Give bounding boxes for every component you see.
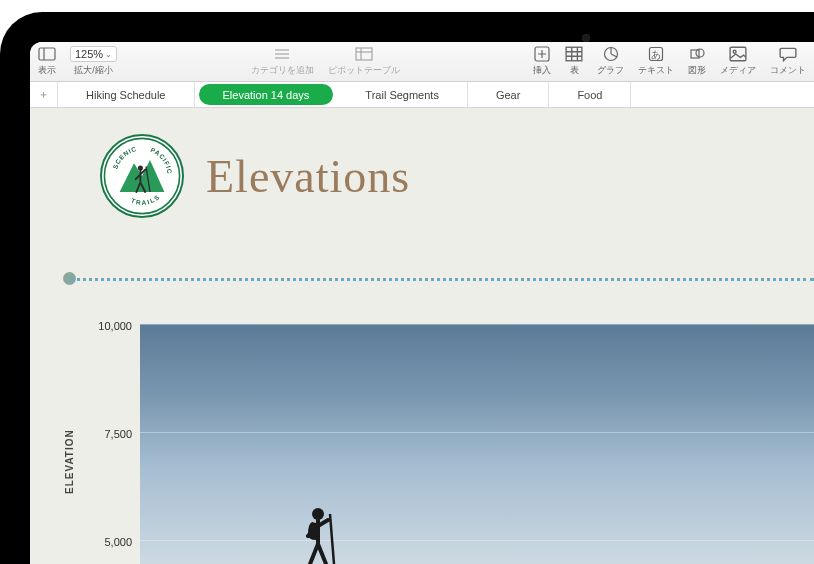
add-sheet-button[interactable]: ＋ [30, 82, 58, 107]
toolbar: 表示 125% ⌄ 拡大/縮小 カテゴリを追加 ピボッ [30, 42, 814, 82]
comment-label: コメント [770, 64, 806, 77]
chart-plot-area [140, 324, 814, 564]
svg-line-30 [330, 514, 334, 564]
y-tick-7500: 7,500 [90, 428, 132, 440]
list-icon [273, 46, 291, 62]
view-button[interactable]: 表示 [38, 46, 56, 77]
sheet-canvas[interactable]: SCENIC PACIFIC TRAILS Elevations ELEVATI… [30, 108, 814, 564]
view-label: 表示 [38, 64, 56, 77]
pie-icon [602, 46, 620, 62]
svg-rect-0 [39, 48, 55, 60]
table-button[interactable]: 表 [565, 46, 583, 77]
tab-food[interactable]: Food [549, 82, 631, 107]
image-icon [729, 46, 747, 62]
sheet-tab-bar: ＋ Hiking Schedule Elevation 14 days Trai… [30, 82, 814, 108]
chart-button[interactable]: グラフ [597, 46, 624, 77]
add-category-button[interactable]: カテゴリを追加 [251, 46, 314, 77]
trails-logo: SCENIC PACIFIC TRAILS [100, 134, 184, 218]
y-axis-label: ELEVATION [64, 429, 75, 494]
insert-label: 挿入 [533, 64, 551, 77]
table-icon [565, 46, 583, 62]
comment-button[interactable]: コメント [770, 46, 806, 77]
tab-label: Trail Segments [365, 89, 439, 101]
tab-hiking-schedule[interactable]: Hiking Schedule [58, 82, 195, 107]
svg-point-22 [733, 50, 736, 53]
plus-icon: ＋ [38, 87, 49, 102]
shape-icon [688, 46, 706, 62]
page-title: Elevations [206, 150, 410, 203]
add-category-label: カテゴリを追加 [251, 64, 314, 77]
pivot-label: ピボットテーブル [328, 64, 400, 77]
divider-line [70, 278, 814, 281]
tab-trail-segments[interactable]: Trail Segments [337, 82, 468, 107]
zoom-control[interactable]: 125% ⌄ 拡大/縮小 [70, 46, 117, 77]
shape-label: 図形 [688, 64, 706, 77]
plus-box-icon [533, 46, 551, 62]
text-icon: あ [647, 46, 665, 62]
text-label: テキスト [638, 64, 674, 77]
media-button[interactable]: メディア [720, 46, 756, 77]
text-button[interactable]: あ テキスト [638, 46, 674, 77]
insert-button[interactable]: 挿入 [533, 46, 551, 77]
svg-rect-21 [730, 47, 746, 61]
page-header: SCENIC PACIFIC TRAILS Elevations [30, 108, 814, 218]
tab-label: Food [577, 89, 602, 101]
table-label: 表 [570, 64, 579, 77]
hiker-silhouette [290, 504, 350, 564]
svg-rect-5 [356, 48, 372, 60]
chevron-down-icon: ⌄ [105, 50, 112, 59]
chart-label: グラフ [597, 64, 624, 77]
pivot-button[interactable]: ピボットテーブル [328, 46, 400, 77]
shape-button[interactable]: 図形 [688, 46, 706, 77]
svg-rect-11 [566, 47, 582, 61]
zoom-label: 拡大/縮小 [74, 64, 113, 77]
svg-point-20 [696, 49, 704, 57]
comment-icon [779, 46, 797, 62]
sidebar-icon [38, 46, 56, 62]
tab-gear[interactable]: Gear [468, 82, 549, 107]
tab-label: Elevation 14 days [223, 89, 310, 101]
svg-text:あ: あ [651, 49, 661, 60]
elevation-chart[interactable]: ELEVATION 10,000 7,500 5,000 [84, 324, 814, 564]
app-window: 表示 125% ⌄ 拡大/縮小 カテゴリを追加 ピボッ [30, 42, 814, 564]
device-frame: 表示 125% ⌄ 拡大/縮小 カテゴリを追加 ピボッ [0, 12, 814, 564]
tab-label: Gear [496, 89, 520, 101]
y-tick-10000: 10,000 [90, 320, 132, 332]
y-tick-5000: 5,000 [90, 536, 132, 548]
media-label: メディア [720, 64, 756, 77]
pivot-icon [355, 46, 373, 62]
tab-elevation-14-days[interactable]: Elevation 14 days [199, 84, 334, 105]
tab-label: Hiking Schedule [86, 89, 166, 101]
zoom-value: 125% [75, 48, 103, 60]
camera-dot [582, 34, 590, 42]
zoom-select[interactable]: 125% ⌄ [70, 46, 117, 62]
